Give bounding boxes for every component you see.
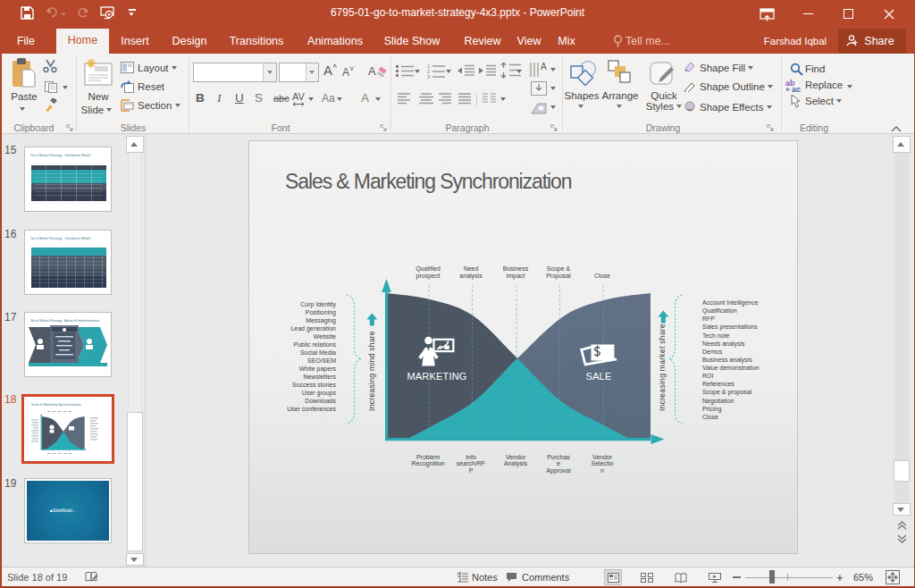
svg-text:3: 3 (427, 74, 430, 79)
svg-text:ac: ac (792, 85, 801, 93)
svg-text:A: A (541, 62, 547, 71)
